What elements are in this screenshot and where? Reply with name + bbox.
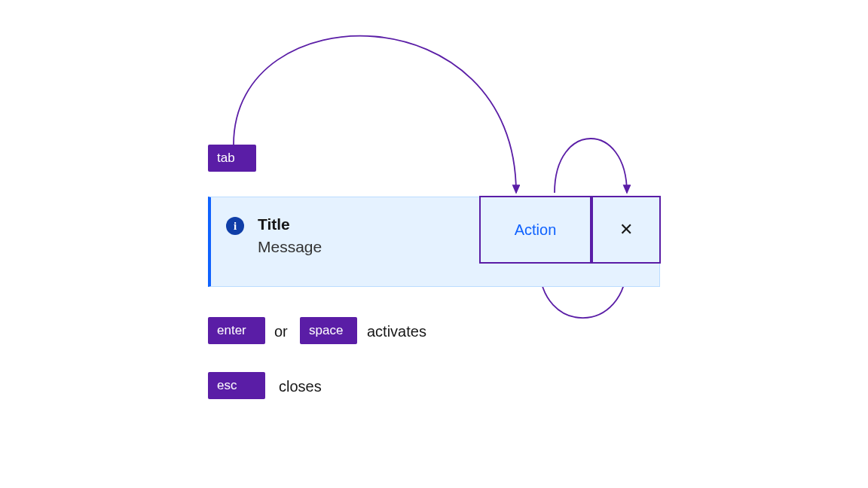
info-icon: i [226, 217, 244, 235]
tab-key-label: tab [217, 151, 235, 165]
space-key-label: space [309, 323, 343, 337]
esc-key-label: esc [217, 378, 237, 392]
enter-key-label: enter [217, 323, 246, 337]
action-button[interactable]: Action [479, 196, 591, 264]
tab-key: tab [208, 145, 256, 172]
activates-label: activates [367, 323, 426, 340]
notification: i Title Message Action ✕ [208, 197, 660, 287]
action-label: Action [515, 221, 557, 239]
close-icon: ✕ [619, 220, 633, 239]
notification-message: Message [258, 238, 322, 256]
notification-title: Title [258, 215, 322, 233]
close-button[interactable]: ✕ [591, 196, 661, 264]
or-label: or [274, 323, 288, 340]
esc-key: esc [208, 372, 265, 399]
enter-key: enter [208, 317, 265, 344]
closes-label: closes [279, 378, 322, 395]
space-key: space [300, 317, 357, 344]
